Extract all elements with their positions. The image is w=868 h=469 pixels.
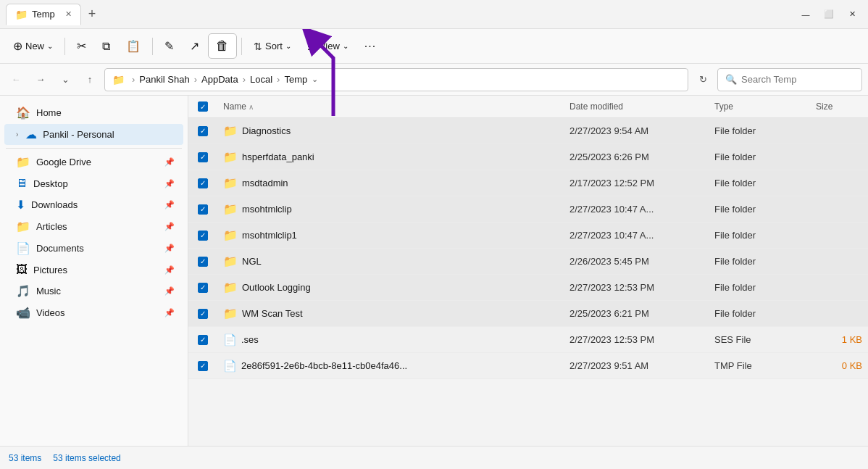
back-btn[interactable]: ← [6, 70, 26, 90]
header-size[interactable]: Size [810, 99, 868, 115]
more-button[interactable]: ··· [357, 36, 383, 57]
table-row[interactable]: ✓ 📁 msohtmlclip 2/27/2023 10:47 A... Fil… [188, 196, 868, 223]
row-check-8[interactable]: ✓ [188, 335, 217, 345]
row-size-9: 0 KB [810, 360, 868, 371]
row-check-5[interactable]: ✓ [188, 257, 217, 267]
cut-button[interactable]: ✂ [70, 35, 93, 57]
header-name[interactable]: Name ∧ [217, 99, 564, 115]
sidebar-item-google-drive[interactable]: 📁 Google Drive 📌 [4, 152, 183, 173]
sidebar-item-articles[interactable]: 📁 Articles 📌 [4, 216, 183, 237]
toolbar: ⊕ New ⌄ ✂ ⧉ 📋 ✎ ↗ 🗑 ⇅ Sort ⌄ ☰ View ⌄ ··… [0, 29, 868, 64]
table-row[interactable]: ✓ 📁 NGL 2/26/2023 5:45 PM File folder [188, 249, 868, 275]
up-btn[interactable]: ↑ [80, 70, 100, 90]
row-check-7[interactable]: ✓ [188, 309, 217, 319]
sidebar-resize-handle[interactable] [184, 96, 187, 446]
row-check-2[interactable]: ✓ [188, 178, 217, 188]
sidebar-item-pankil-personal[interactable]: › ☁ Pankil - Personal [4, 124, 183, 145]
copy-button[interactable]: ⧉ [95, 36, 117, 57]
row-name-4: 📁 msohtmlclip1 [217, 228, 564, 242]
table-row[interactable]: ✓ 📁 Diagnostics 2/27/2023 9:54 AM File f… [188, 118, 868, 144]
breadcrumb[interactable]: 📁 › Pankil Shah › AppData › Local › Temp… [104, 68, 688, 91]
row-date-4: 2/27/2023 10:47 A... [564, 230, 709, 241]
view-label: View [320, 41, 340, 51]
row-name-5: 📁 NGL [217, 254, 564, 268]
row-check-0[interactable]: ✓ [188, 126, 217, 136]
row-check-1[interactable]: ✓ [188, 152, 217, 162]
breadcrumb-temp[interactable]: Temp [284, 74, 307, 85]
folder-icon-1: 📁 [223, 150, 238, 164]
new-tab-btn[interactable]: + [88, 7, 96, 22]
folder-icon-4: 📁 [223, 228, 238, 242]
sidebar-item-desktop[interactable]: 🖥 Desktop 📌 [4, 173, 183, 194]
sidebar-label-pankil: Pankil - Personal [43, 129, 114, 140]
maximize-btn[interactable]: ⬜ [819, 4, 839, 25]
table-row[interactable]: ✓ 📁 Outlook Logging 2/27/2023 12:53 PM F… [188, 275, 868, 301]
tab-temp[interactable]: 📁 Temp ✕ [6, 4, 81, 25]
header-date[interactable]: Date modified [564, 99, 709, 115]
sidebar-label-music: Music [36, 286, 61, 296]
new-label: New [25, 41, 44, 51]
breadcrumb-sep-1: › [132, 74, 135, 85]
cut-icon: ✂ [77, 39, 86, 53]
table-row[interactable]: ✓ 📁 msdtadmin 2/17/2023 12:52 PM File fo… [188, 170, 868, 196]
folder-icon-2: 📁 [223, 176, 238, 190]
view-button[interactable]: ☰ View ⌄ [300, 36, 356, 57]
row-filename-1: hsperfdata_panki [242, 152, 314, 162]
tab-close-btn[interactable]: ✕ [65, 9, 72, 19]
sort-arrows-icon: ⇅ [254, 41, 262, 52]
close-btn[interactable]: ✕ [842, 4, 862, 25]
refresh-btn[interactable]: ↻ [693, 70, 713, 90]
breadcrumb-pankil[interactable]: Pankil Shah [139, 74, 189, 85]
breadcrumb-local[interactable]: Local [250, 74, 272, 85]
folder-icon-7: 📁 [223, 307, 238, 320]
delete-button[interactable]: 🗑 [208, 33, 237, 59]
paste-button[interactable]: 📋 [119, 35, 148, 57]
new-button[interactable]: ⊕ New ⌄ [6, 35, 60, 57]
header-type[interactable]: Type [709, 99, 810, 115]
sidebar-item-downloads[interactable]: ⬇ Downloads 📌 [4, 194, 183, 215]
table-row[interactable]: ✓ 📁 hsperfdata_panki 2/25/2023 6:26 PM F… [188, 144, 868, 170]
sort-button[interactable]: ⇅ Sort ⌄ [246, 36, 299, 57]
breadcrumb-sep-2: › [194, 74, 197, 85]
rename-button[interactable]: ✎ [157, 35, 181, 57]
row-filename-4: msohtmlclip1 [242, 230, 297, 241]
row-check-3[interactable]: ✓ [188, 204, 217, 215]
breadcrumb-appdata[interactable]: AppData [201, 74, 238, 85]
sidebar-item-documents[interactable]: 📄 Documents 📌 [4, 238, 183, 259]
sidebar-item-videos[interactable]: 📹 Videos 📌 [4, 302, 183, 323]
main-layout: 🏠 Home › ☁ Pankil - Personal 📁 Google Dr… [0, 96, 868, 446]
pin-icon-downloads: 📌 [164, 200, 175, 209]
row-check-4[interactable]: ✓ [188, 231, 217, 241]
search-box[interactable]: 🔍 [717, 68, 862, 91]
row-check-9[interactable]: ✓ [188, 361, 217, 371]
row-type-2: File folder [709, 178, 810, 188]
expand-btn[interactable]: ⌄ [55, 70, 75, 90]
search-input[interactable] [741, 74, 843, 85]
row-type-3: File folder [709, 204, 810, 215]
table-row[interactable]: ✓ 📁 WM Scan Test 2/25/2023 6:21 PM File … [188, 301, 868, 327]
breadcrumb-sep-3: › [243, 74, 246, 85]
file-list-header: ✓ Name ∧ Date modified Type Size [188, 96, 868, 118]
forward-btn[interactable]: → [30, 70, 51, 90]
folder-icon-3: 📁 [223, 202, 238, 216]
sidebar-label-home: Home [36, 107, 62, 118]
share-button[interactable]: ↗ [183, 35, 206, 57]
selected-count: 53 items selected [53, 453, 120, 463]
table-row[interactable]: ✓ 📁 msohtmlclip1 2/27/2023 10:47 A... Fi… [188, 223, 868, 249]
minimize-btn[interactable]: — [796, 4, 816, 25]
sidebar-item-home[interactable]: 🏠 Home [4, 102, 183, 123]
row-filename-8: .ses [241, 334, 259, 345]
pin-icon-desktop: 📌 [164, 179, 175, 188]
row-name-8: 📄 .ses [217, 333, 564, 346]
file-area: ✓ Name ∧ Date modified Type Size ✓ 📁 Dia… [188, 96, 868, 446]
sidebar-item-music[interactable]: 🎵 Music 📌 [4, 281, 183, 302]
status-bar: 53 items 53 items selected [0, 446, 868, 469]
row-check-6[interactable]: ✓ [188, 283, 217, 293]
expand-icon: › [16, 130, 18, 138]
select-all-checkbox[interactable]: ✓ [198, 101, 208, 112]
table-row[interactable]: ✓ 📄 2e86f591-2e6b-4bcb-8e11-cb0e4fa46...… [188, 353, 868, 379]
breadcrumb-dropdown-icon[interactable]: ⌄ [312, 75, 318, 84]
table-row[interactable]: ✓ 📄 .ses 2/27/2023 12:53 PM SES File 1 K… [188, 327, 868, 353]
sidebar-label-videos: Videos [36, 307, 65, 318]
sidebar-item-pictures[interactable]: 🖼 Pictures 📌 [4, 260, 183, 280]
